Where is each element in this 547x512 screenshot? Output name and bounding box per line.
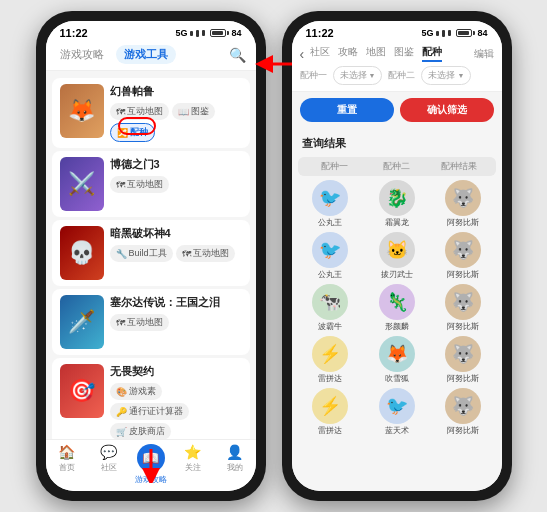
filter-select-2[interactable]: 未选择 ▼ <box>421 66 471 85</box>
result-row-4: ⚡ 雷拼达 🐦 蓝天术 🐺 阿努比斯 <box>298 388 496 436</box>
tool-map-1[interactable]: 🗺互动地图 <box>110 176 169 193</box>
signal-bar-r1 <box>436 31 439 36</box>
filter-placeholder-2: 未选择 <box>428 69 455 82</box>
nav-home[interactable]: 🏠 首页 <box>46 444 88 485</box>
filter-label-1: 配种一 <box>300 69 327 82</box>
game-thumb-2: 💀 <box>60 226 104 280</box>
status-icons-left: 5G 84 <box>175 28 241 38</box>
game-title-1: 博德之门3 <box>110 157 242 172</box>
cell-1-1: 🐦 公丸王 <box>298 232 363 280</box>
avatar-3-1: ⚡ <box>312 336 348 372</box>
game-thumb-1: ⚔️ <box>60 157 104 211</box>
name-4-2: 蓝天术 <box>385 425 409 436</box>
game-info-3: 塞尔达传说：王国之泪 🗺互动地图 <box>110 295 242 331</box>
filter-placeholder-1: 未选择 <box>340 69 367 82</box>
filter-select-1[interactable]: 未选择 ▼ <box>333 66 383 85</box>
game-info-0: 幻兽帕鲁 🗺互动地图 📖图鉴 🔀配种 <box>110 84 242 142</box>
signal-label: 5G <box>175 28 187 38</box>
tab-group: 游戏攻略 游戏工具 <box>56 45 176 64</box>
tool-build-2[interactable]: 🔧Build工具 <box>110 245 173 262</box>
search-button[interactable]: 🔍 <box>229 47 246 63</box>
avatar-3-2: 🦊 <box>379 336 415 372</box>
tool-guide-0[interactable]: 📖图鉴 <box>172 103 215 120</box>
game-title-2: 暗黑破坏神4 <box>110 226 242 241</box>
name-3-2: 吹雪狐 <box>385 373 409 384</box>
signal-bar-1 <box>190 31 193 36</box>
name-0-2: 霜翼龙 <box>385 217 409 228</box>
game-tools-1: 🗺互动地图 <box>110 176 242 193</box>
tool-breed-0[interactable]: 🔀配种 <box>110 123 155 142</box>
nav-tab-map[interactable]: 地图 <box>366 45 386 62</box>
tab-tools[interactable]: 游戏工具 <box>116 45 176 64</box>
cell-1-2: 🐱 拔刃武士 <box>364 232 429 280</box>
nav-tab-community[interactable]: 社区 <box>310 45 330 62</box>
nav-tab-pokedex[interactable]: 图鉴 <box>394 45 414 62</box>
arrow-tools <box>254 53 294 79</box>
avatar-1-1: 🐦 <box>312 232 348 268</box>
game-item-2: 💀 暗黑破坏神4 🔧Build工具 🗺互动地图 <box>52 220 250 286</box>
nav-follow[interactable]: ⭐ 关注 <box>172 444 214 485</box>
left-phone: 11:22 5G 84 游戏攻略 游戏工具 🔍 <box>36 11 266 501</box>
tab-guide[interactable]: 游戏攻略 <box>56 45 108 64</box>
col-3-header: 配种结果 <box>428 160 490 173</box>
shop-icon: 🛒 <box>116 427 127 437</box>
avatar-2-2: 🦎 <box>379 284 415 320</box>
tool-shop-4[interactable]: 🛒皮肤商店 <box>110 423 171 439</box>
results-section: 查询结果 配种一 配种二 配种结果 🐦 公丸王 🐉 霜翼龙 🐺 阿努比斯 <box>292 128 502 491</box>
name-4-1: 雷拼达 <box>318 425 342 436</box>
home-icon: 🏠 <box>58 444 75 460</box>
battery-pct: 84 <box>231 28 241 38</box>
game-info-4: 无畏契约 🎨游戏素 🔑通行证计算器 🛒皮肤商店 <box>110 364 242 439</box>
follow-icon: ⭐ <box>184 444 201 460</box>
status-bar-left: 11:22 5G 84 <box>46 21 256 41</box>
chevron-down-icon-2: ▼ <box>457 72 464 79</box>
name-2-3: 阿努比斯 <box>447 321 479 332</box>
reset-button[interactable]: 重置 <box>300 98 394 122</box>
game-title-0: 幻兽帕鲁 <box>110 84 242 99</box>
signal-bar-r3 <box>448 30 451 36</box>
tool-skin-4[interactable]: 🎨游戏素 <box>110 383 162 400</box>
cell-2-1: 🐄 波霸牛 <box>298 284 363 332</box>
result-row-2: 🐄 波霸牛 🦎 形颜麟 🐺 阿努比斯 <box>298 284 496 332</box>
name-3-3: 阿努比斯 <box>447 373 479 384</box>
tool-pass-4[interactable]: 🔑通行证计算器 <box>110 403 189 420</box>
status-bar-right: 11:22 5G 84 <box>292 21 502 41</box>
cell-3-1: ⚡ 雷拼达 <box>298 336 363 384</box>
tool-map-3[interactable]: 🗺互动地图 <box>110 314 169 331</box>
nav-tab-guide[interactable]: 攻略 <box>338 45 358 62</box>
nav-profile-label: 我的 <box>227 462 243 473</box>
confirm-button[interactable]: 确认筛选 <box>400 98 494 122</box>
game-tools-0: 🗺互动地图 📖图鉴 🔀配种 <box>110 103 242 142</box>
nav-follow-label: 关注 <box>185 462 201 473</box>
time-left: 11:22 <box>60 27 88 39</box>
battery-pct-r: 84 <box>477 28 487 38</box>
tool-map-0[interactable]: 🗺互动地图 <box>110 103 169 120</box>
result-row-0: 🐦 公丸王 🐉 霜翼龙 🐺 阿努比斯 <box>298 180 496 228</box>
tool-map-2[interactable]: 🗺互动地图 <box>176 245 235 262</box>
avatar-3-3: 🐺 <box>445 336 481 372</box>
nav-tabs: 社区 攻略 地图 图鉴 配种 <box>310 45 467 62</box>
edit-button[interactable]: 编辑 <box>474 47 494 61</box>
nav-profile[interactable]: 👤 我的 <box>214 444 256 485</box>
nav-tab-breed[interactable]: 配种 <box>422 45 442 62</box>
name-1-3: 阿努比斯 <box>447 269 479 280</box>
battery-icon-r <box>456 29 472 37</box>
result-row-3: ⚡ 雷拼达 🦊 吹雪狐 🐺 阿努比斯 <box>298 336 496 384</box>
game-thumb-3: 🗡️ <box>60 295 104 349</box>
game-item-0: 🦊 幻兽帕鲁 🗺互动地图 📖图鉴 🔀配种 <box>52 78 250 148</box>
cell-1-3: 🐺 阿努比斯 <box>431 232 496 280</box>
game-tools-2: 🔧Build工具 🗺互动地图 <box>110 245 242 262</box>
signal-bar-2 <box>196 30 199 37</box>
cell-0-1: 🐦 公丸王 <box>298 180 363 228</box>
time-right: 11:22 <box>306 27 334 39</box>
results-header: 配种一 配种二 配种结果 <box>298 157 496 176</box>
game-thumb-0: 🦊 <box>60 84 104 138</box>
map-icon-1: 🗺 <box>116 180 125 190</box>
cell-3-2: 🦊 吹雪狐 <box>364 336 429 384</box>
avatar-4-2: 🐦 <box>379 388 415 424</box>
nav-community[interactable]: 💬 社区 <box>88 444 130 485</box>
back-button[interactable]: ‹ <box>300 46 305 62</box>
chevron-down-icon-1: ▼ <box>369 72 376 79</box>
game-thumb-4: 🎯 <box>60 364 104 418</box>
build-icon: 🔧 <box>116 249 127 259</box>
